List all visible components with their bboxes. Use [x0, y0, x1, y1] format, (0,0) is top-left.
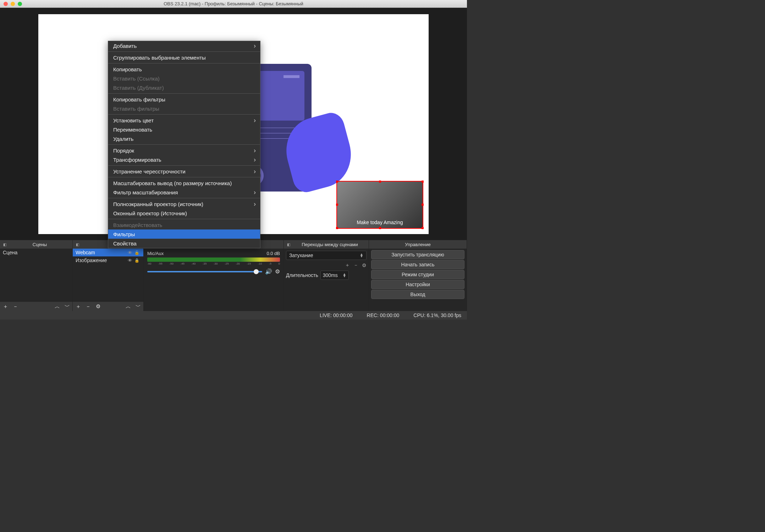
- menu-item: Взаимодействовать: [108, 220, 260, 229]
- move-down-icon[interactable]: ﹀: [134, 303, 142, 310]
- resize-handle[interactable]: [336, 227, 338, 229]
- detach-icon[interactable]: ◧: [2, 242, 7, 247]
- add-source-button[interactable]: ＋: [74, 303, 82, 310]
- webcam-overlay-text: Make today Amazing: [337, 182, 423, 228]
- context-menu[interactable]: ДобавитьСгруппировать выбранные элементы…: [108, 41, 260, 248]
- status-rec: REC: 00:00:00: [367, 312, 400, 318]
- menu-item[interactable]: Трансформировать: [108, 155, 260, 164]
- control-button-2[interactable]: Режим студии: [371, 270, 464, 279]
- menu-item[interactable]: Оконный проектор (Источник): [108, 209, 260, 218]
- source-settings-icon[interactable]: ⚙: [94, 303, 102, 310]
- menu-item[interactable]: Переименовать: [108, 125, 260, 134]
- control-button-4[interactable]: Выход: [371, 290, 464, 299]
- transition-select[interactable]: Затухание ▲▼: [286, 251, 367, 260]
- duration-value: 300ms: [323, 272, 338, 278]
- scenes-title: Сцены: [9, 242, 70, 247]
- sources-list[interactable]: Webcam 👁 🔓 Изображение 👁 🔒: [73, 249, 143, 302]
- window-close-button[interactable]: [4, 2, 8, 6]
- move-down-icon[interactable]: ﹀: [63, 303, 71, 310]
- status-bar: LIVE: 00:00:00 REC: 00:00:00 CPU: 6.1%, …: [0, 311, 467, 320]
- menu-item[interactable]: Порядок: [108, 146, 260, 155]
- audio-meter: [147, 257, 280, 262]
- transition-value: Затухание: [289, 253, 313, 258]
- updown-icon: ▲▼: [360, 253, 363, 257]
- window-maximize-button[interactable]: [18, 2, 22, 6]
- transitions-panel: ◧ Переходы между сценами Затухание ▲▼ ＋ …: [284, 240, 369, 311]
- spinner-icon[interactable]: ▲▼: [343, 273, 346, 277]
- duration-label: Длительность: [286, 272, 318, 278]
- move-up-icon[interactable]: ︿: [53, 303, 61, 310]
- add-scene-button[interactable]: ＋: [1, 303, 9, 310]
- detach-icon[interactable]: ◧: [286, 242, 291, 247]
- track-level: 0.0 dB: [266, 251, 280, 256]
- menu-item: Вставить (Ссылка): [108, 74, 260, 83]
- audio-mixer-panel: ◧ Mic/Aux 0.0 dB -60-55-50-45-40-35-30-2…: [144, 240, 284, 311]
- move-up-icon[interactable]: ︿: [124, 303, 132, 310]
- lock-toggle-icon[interactable]: 🔒: [133, 258, 141, 263]
- resize-handle[interactable]: [422, 181, 424, 183]
- webcam-source-selected[interactable]: Make today Amazing: [336, 181, 423, 229]
- track-settings-icon[interactable]: ⚙: [275, 268, 280, 275]
- menu-item[interactable]: Фильтры: [108, 229, 260, 239]
- resize-handle[interactable]: [336, 181, 338, 183]
- resize-handle[interactable]: [422, 227, 424, 229]
- controls-title: Управление: [371, 242, 464, 247]
- window-title: OBS 23.2.1 (mac) - Профиль: Безымянный -…: [164, 1, 303, 6]
- dock-panels: ◧ Сцены Сцена ＋ － ︿ ﹀ ◧ И… Webcam 👁 🔓 Из…: [0, 240, 467, 311]
- menu-item[interactable]: Удалить: [108, 134, 260, 143]
- remove-source-button[interactable]: －: [84, 303, 92, 310]
- status-cpu: CPU: 6.1%, 30.00 fps: [413, 312, 461, 318]
- resize-handle[interactable]: [379, 181, 381, 183]
- duration-input[interactable]: 300ms ▲▼: [320, 271, 349, 280]
- menu-item[interactable]: Свойства: [108, 239, 260, 248]
- remove-scene-button[interactable]: －: [11, 303, 19, 310]
- menu-item[interactable]: Масштабировать вывод (по размеру источни…: [108, 178, 260, 188]
- source-item[interactable]: Webcam 👁 🔓: [73, 249, 143, 256]
- slider-thumb[interactable]: [254, 269, 259, 274]
- track-name: Mic/Aux: [147, 251, 164, 256]
- menu-item: Вставить (Дубликат): [108, 83, 260, 92]
- resize-handle[interactable]: [422, 204, 424, 206]
- visibility-toggle-icon[interactable]: 👁: [127, 250, 133, 255]
- resize-handle[interactable]: [336, 204, 338, 206]
- status-live: LIVE: 00:00:00: [320, 312, 353, 318]
- scenes-list[interactable]: Сцена: [0, 249, 72, 302]
- speaker-icon[interactable]: 🔊: [265, 268, 272, 275]
- menu-item[interactable]: Установить цвет: [108, 116, 260, 125]
- mixer-track: Mic/Aux 0.0 dB -60-55-50-45-40-35-30-25-…: [144, 249, 284, 277]
- sources-panel: ◧ И… Webcam 👁 🔓 Изображение 👁 🔒 ＋ － ⚙ ︿ …: [73, 240, 144, 311]
- source-name: Изображение: [76, 257, 107, 263]
- lock-toggle-icon[interactable]: 🔓: [133, 250, 141, 255]
- remove-transition-icon[interactable]: －: [353, 262, 358, 268]
- control-button-1[interactable]: Начать запись: [371, 260, 464, 269]
- menu-item[interactable]: Добавить: [108, 41, 260, 50]
- scenes-panel: ◧ Сцены Сцена ＋ － ︿ ﹀: [0, 240, 73, 311]
- menu-item[interactable]: Фильтр масштабирования: [108, 188, 260, 197]
- window-minimize-button[interactable]: [11, 2, 15, 6]
- source-name: Webcam: [76, 250, 95, 255]
- transitions-title: Переходы между сценами: [293, 242, 367, 247]
- source-item[interactable]: Изображение 👁 🔒: [73, 256, 143, 264]
- window-titlebar: OBS 23.2.1 (mac) - Профиль: Безымянный -…: [0, 0, 467, 8]
- control-button-0[interactable]: Запустить трансляцию: [371, 250, 464, 259]
- add-transition-icon[interactable]: ＋: [345, 262, 350, 268]
- controls-panel: Управление Запустить трансляциюНачать за…: [369, 240, 467, 311]
- menu-item[interactable]: Устранение чересстрочности: [108, 167, 260, 176]
- menu-item: Вставить фильтры: [108, 104, 260, 113]
- transition-settings-icon[interactable]: ⚙: [362, 262, 367, 268]
- control-button-3[interactable]: Настройки: [371, 280, 464, 289]
- scene-item[interactable]: Сцена: [0, 249, 72, 256]
- detach-icon[interactable]: ◧: [75, 242, 80, 247]
- meter-scale: -60-55-50-45-40-35-30-25-20-15-10-50: [147, 262, 280, 265]
- visibility-toggle-icon[interactable]: 👁: [127, 258, 133, 263]
- menu-item[interactable]: Сгруппировать выбранные элементы: [108, 53, 260, 62]
- menu-item[interactable]: Полноэкранный проектор (источник): [108, 199, 260, 209]
- menu-item[interactable]: Копировать: [108, 65, 260, 74]
- menu-item[interactable]: Копировать фильтры: [108, 95, 260, 104]
- resize-handle[interactable]: [379, 227, 381, 229]
- volume-slider[interactable]: [147, 271, 262, 272]
